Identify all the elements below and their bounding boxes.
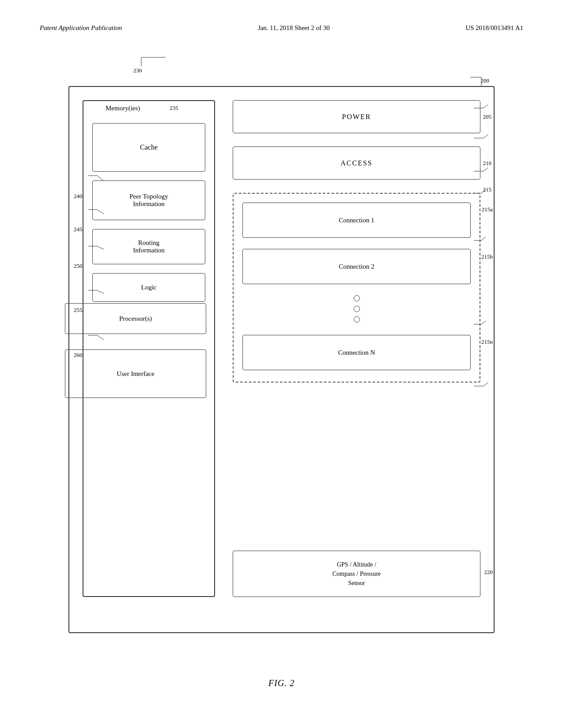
gps-box: GPS / Altitude / Compass / Pressure Sens…: [233, 551, 480, 597]
connection1-box: Connection 1: [242, 203, 471, 238]
memory-label: Memory(ies): [106, 105, 140, 112]
dot-2: [354, 306, 360, 312]
header-center: Jan. 11, 2018 Sheet 2 of 30: [258, 24, 330, 32]
connectionN-label: Connection N: [338, 349, 375, 356]
dot-1: [354, 295, 360, 301]
connection2-box: Connection 2: [242, 249, 471, 284]
connectionN-box: Connection N: [242, 335, 471, 370]
header-left: Patent Application Publication: [40, 24, 122, 32]
footer-label: FIG. 2: [268, 678, 295, 688]
connection1-label: Connection 1: [339, 217, 374, 224]
ref-260: 260: [74, 352, 83, 359]
dot-3: [354, 316, 360, 323]
logic-label: Logic: [141, 284, 157, 291]
right-section: POWER 205 ACCESS 210 215 Connection 1: [233, 100, 480, 597]
routing-info-box: Routing Information: [92, 229, 205, 264]
power-box: POWER: [233, 100, 480, 133]
logic-box: Logic: [92, 273, 205, 302]
cache-label: Cache: [140, 143, 158, 151]
ref-255: 255: [74, 307, 83, 314]
ref-235: 235: [170, 105, 178, 112]
page: Patent Application Publication Jan. 11, …: [0, 0, 563, 728]
cache-box: Cache: [92, 123, 205, 172]
outer-box-200: 200 230 Memory(ies) 235 Cache Peer Topol…: [68, 86, 495, 633]
peer-topology-label: Peer Topology Information: [129, 193, 168, 208]
access-label: ACCESS: [340, 159, 372, 167]
ui-box: User Interface: [65, 349, 206, 398]
ref-210: 210: [483, 160, 492, 167]
ref-245: 245: [74, 226, 83, 233]
header-right: US 2018/0013491 A1: [465, 24, 523, 32]
ref-215n: 215n: [481, 338, 493, 345]
connection2-label: Connection 2: [339, 263, 374, 270]
ref-220: 220: [484, 569, 493, 576]
processor-label: Processor(s): [119, 315, 152, 323]
ref-250: 250: [74, 263, 83, 270]
memory-outer-box-230: Memory(ies) 235 Cache Peer Topology Info…: [83, 100, 215, 597]
peer-topology-box: Peer Topology Information: [92, 180, 205, 220]
ui-label: User Interface: [117, 370, 154, 378]
diagram-container: 200 230 Memory(ies) 235 Cache Peer Topol…: [68, 64, 495, 660]
connections-dashed-box: Connection 1 215a Connection 2 215b: [233, 193, 480, 383]
ref-230: 230: [133, 67, 142, 74]
ref-240: 240: [74, 193, 83, 200]
header: Patent Application Publication Jan. 11, …: [40, 24, 523, 32]
routing-info-label: Routing Information: [133, 239, 165, 254]
dots-container: [354, 295, 360, 323]
gps-label: GPS / Altitude / Compass / Pressure Sens…: [333, 560, 381, 588]
processor-box: Processor(s): [65, 303, 206, 334]
ref-215a: 215a: [482, 206, 493, 213]
ref-215b: 215b: [481, 253, 493, 260]
footer: FIG. 2: [0, 678, 563, 688]
ref-215: 215: [483, 186, 492, 193]
ref-200: 200: [481, 77, 490, 84]
access-box: ACCESS: [233, 146, 480, 180]
ref-205: 205: [483, 113, 492, 120]
power-label: POWER: [342, 113, 371, 121]
